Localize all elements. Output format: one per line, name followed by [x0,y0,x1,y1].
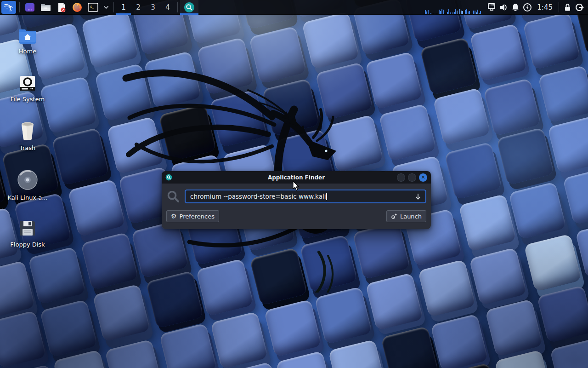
launcher-text-editor[interactable] [54,0,69,15]
wallpaper-cube [92,284,150,342]
wallpaper-cube [444,142,502,200]
titlebar[interactable]: Application Finder ✕ [162,171,431,184]
wallpaper-cube [485,299,543,357]
wallpaper-cube [197,37,254,95]
launch-label: Launch [400,213,422,220]
preferences-label: Preferences [180,213,215,220]
preferences-button[interactable]: ⚙ Preferences [166,210,219,222]
wallpaper-cube [105,339,163,368]
hard-drive-icon [19,75,36,92]
monitor-bar [452,12,453,14]
workspace-label: 3 [151,3,155,12]
launch-button[interactable]: Launch [386,210,426,222]
window-title: Application Finder [162,174,431,181]
monitor-bar [432,14,433,14]
wallpaper-cube [210,311,268,368]
search-input[interactable]: chromium --password-store=basic www.kali [185,190,426,203]
gear-icon: ⚙ [171,213,177,219]
monitor-bar [433,14,434,14]
workspace-button-1[interactable]: 1 [116,0,131,15]
ethernet-icon [486,3,497,12]
wallpaper-cube [563,167,588,225]
monitor-bar [473,11,474,14]
monitor-bar [437,14,438,14]
top-panel: $_ 1 2 3 4 [0,0,588,15]
launcher-app-window[interactable] [22,0,38,15]
network-monitor-graph[interactable] [424,0,481,14]
wallpaper-cube [300,235,357,293]
close-button[interactable]: ✕ [419,173,427,182]
monitor-bar [435,14,435,14]
wallpaper-cube [0,310,46,368]
panel-separator [19,2,20,12]
monitor-bar [444,14,445,14]
power-bolt-icon [523,3,532,12]
launcher-file-manager[interactable] [38,0,54,15]
volume-tray-button[interactable] [498,0,509,15]
wallpaper-cube [381,326,439,368]
monitor-bar [469,11,470,14]
desktop-icon-floppy[interactable]: Floppy Disk [6,219,50,248]
wallpaper-cube [315,62,373,120]
monitor-bar [436,14,437,14]
monitor-bar [430,13,431,14]
lock-icon [563,3,572,12]
panel-separator [177,2,178,12]
monitor-bar [458,14,459,14]
wallpaper-cube [365,52,423,109]
monitor-bar [479,13,480,14]
notifications-tray-button[interactable] [509,0,521,15]
wallpaper-cube [420,37,478,95]
panel-separator [559,2,559,12]
monitor-bar [465,10,466,14]
launcher-terminal[interactable]: $_ [85,0,101,15]
desktop-icon-home[interactable]: Home [6,27,50,55]
power-manager-tray-button[interactable] [521,0,533,15]
monitor-bar [454,12,455,14]
wallpaper-cube [365,273,423,331]
cdrom-disc-icon [17,169,38,190]
wallpaper-cube [40,299,97,357]
desktop-icon-label: Kali Linux a... [7,194,47,201]
wallpaper-cube [418,259,476,317]
wallpaper-cube [68,179,125,237]
desktop-icon-label: Floppy Disk [10,241,45,248]
maximize-button[interactable] [408,173,416,182]
trash-bin-icon [18,121,37,141]
wallpaper-cube [326,115,384,172]
wallpaper-cube [0,260,35,318]
launcher-firefox[interactable] [69,0,85,15]
monitor-bar [455,9,456,14]
desktop-icon-kali-cd[interactable]: Kali Linux a... [6,169,50,201]
history-dropdown-arrow-icon[interactable] [414,193,422,201]
taskbar-application-finder[interactable] [180,0,198,15]
wallpaper-cube [523,12,581,70]
panel-clock[interactable]: 1:45 [533,3,556,12]
monitor-bar [480,11,481,14]
lock-screen-button[interactable] [561,0,573,15]
monitor-bar [462,11,463,14]
desktop-icon-trash[interactable]: Trash [6,121,50,151]
minimize-button[interactable] [397,173,405,182]
wallpaper-cube [302,12,360,69]
text-caret [326,193,327,200]
wallpaper-cube [433,87,491,145]
wallpaper-cube [469,23,527,81]
workspace-button-4[interactable]: 4 [160,0,175,15]
monitor-bar [451,14,452,14]
applications-menu-button[interactable] [1,1,16,14]
monitor-bar [459,9,460,14]
monitor-bar [464,14,464,14]
terminal-dropdown-chevron[interactable] [101,0,111,15]
file-manager-icon [40,2,51,13]
monitor-bar [446,14,447,14]
desktop-icon-file-system[interactable]: File System [6,75,50,103]
logout-button[interactable] [573,0,585,15]
wallpaper-cube [146,270,204,328]
workspace-button-2[interactable]: 2 [131,0,146,15]
wallpaper-cube [352,221,410,279]
monitor-bar [476,12,477,14]
network-tray-button[interactable] [486,0,498,15]
workspace-button-3[interactable]: 3 [146,0,160,15]
desktop-icon-label: Trash [20,144,35,151]
